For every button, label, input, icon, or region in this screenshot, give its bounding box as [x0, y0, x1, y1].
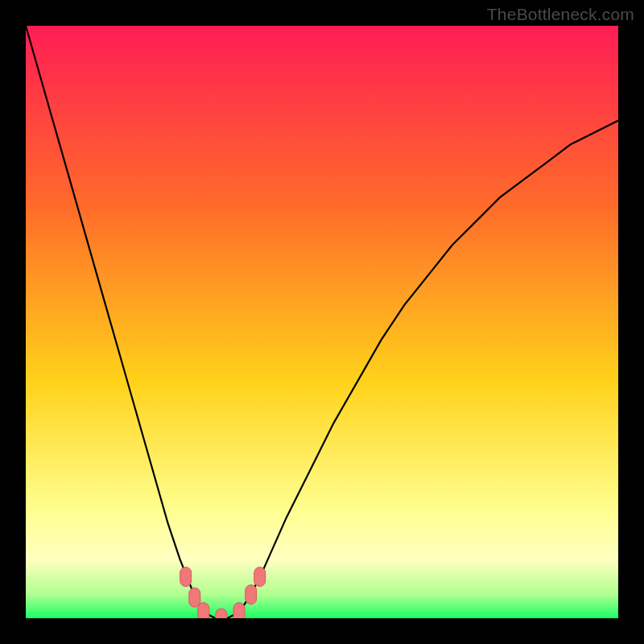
chart-svg [26, 26, 618, 618]
curve-marker [189, 588, 200, 607]
watermark-text: TheBottleneck.com [487, 5, 634, 24]
curve-marker [246, 585, 257, 605]
curve-marker [216, 609, 227, 618]
curve-marker [180, 568, 192, 587]
gradient-background [26, 26, 618, 618]
outer-frame: TheBottleneck.com [0, 0, 644, 644]
curve-marker [254, 568, 266, 587]
curve-marker [198, 603, 209, 618]
plot-area [26, 26, 618, 618]
curve-marker [233, 603, 245, 618]
